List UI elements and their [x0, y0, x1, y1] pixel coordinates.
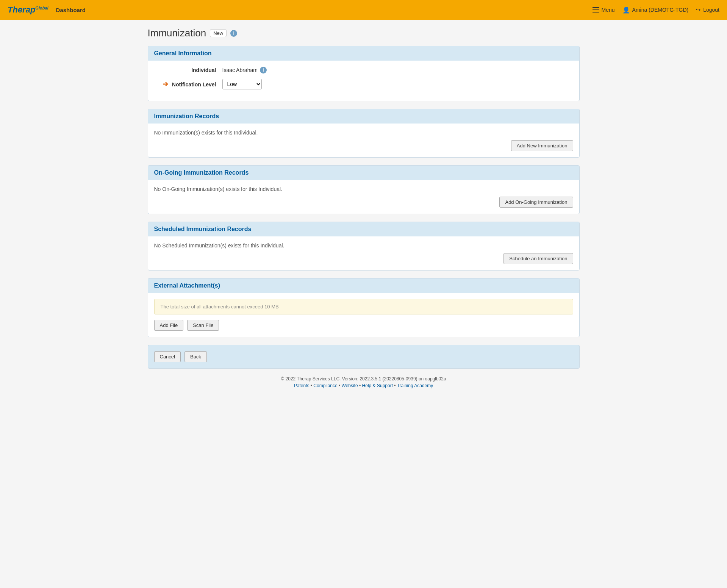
scheduled-records-body: No Scheduled Immunization(s) exists for … — [148, 236, 579, 270]
individual-value: Isaac Abraham i — [222, 67, 267, 74]
header-nav: Menu 👤 Amina (DEMOTG-TGD) ↪ Logout — [593, 6, 719, 14]
page-footer-links: Patents • Compliance • Website • Help & … — [148, 383, 580, 388]
compliance-link[interactable]: Compliance — [313, 383, 337, 388]
ongoing-records-header: On-Going Immunization Records — [148, 166, 579, 180]
immunization-records-title: Immunization Records — [154, 113, 219, 119]
general-information-title: General Information — [154, 50, 212, 56]
scheduled-records-empty: No Scheduled Immunization(s) exists for … — [154, 242, 573, 249]
dashboard-link[interactable]: Dashboard — [56, 7, 86, 13]
individual-info-icon[interactable]: i — [260, 67, 267, 74]
general-information-header: General Information — [148, 46, 579, 61]
menu-button[interactable]: Menu — [593, 7, 615, 13]
general-information-body: Individual Isaac Abraham i ➔ Notificatio… — [148, 61, 579, 101]
info-icon[interactable]: i — [230, 30, 237, 37]
page-footer: © 2022 Therap Services LLC. Version: 202… — [148, 376, 580, 388]
separator-4: • — [394, 383, 397, 388]
immunization-records-empty: No Immunization(s) exists for this Indiv… — [154, 130, 573, 136]
logout-button[interactable]: ↪ Logout — [696, 6, 719, 13]
ongoing-records-empty: No On-Going Immunization(s) exists for t… — [154, 186, 573, 192]
attachment-actions: Add File Scan File — [154, 320, 573, 331]
attachment-warning: The total size of all attachments cannot… — [154, 299, 573, 314]
external-attachments-title: External Attachment(s) — [154, 282, 220, 289]
menu-label: Menu — [602, 7, 615, 13]
immunization-records-header: Immunization Records — [148, 109, 579, 124]
add-file-button[interactable]: Add File — [154, 320, 184, 331]
notification-select-wrapper: Low Medium High — [222, 79, 262, 89]
external-attachments-card: External Attachment(s) The total size of… — [148, 278, 580, 337]
separator-3: • — [359, 383, 362, 388]
header: TherapGlobal Dashboard Menu 👤 Amina (DEM… — [0, 0, 727, 20]
patents-link[interactable]: Patents — [294, 383, 310, 388]
add-new-immunization-button[interactable]: Add New Immunization — [511, 140, 573, 151]
immunization-records-body: No Immunization(s) exists for this Indiv… — [148, 124, 579, 157]
separator-2: • — [339, 383, 342, 388]
ongoing-records-card: On-Going Immunization Records No On-Goin… — [148, 165, 580, 214]
notification-label-text: Notification Level — [172, 81, 216, 88]
user-label: Amina (DEMOTG-TGD) — [632, 7, 689, 13]
user-info[interactable]: 👤 Amina (DEMOTG-TGD) — [622, 6, 689, 14]
page-title: Immunization — [148, 27, 206, 39]
scheduled-records-card: Scheduled Immunization Records No Schedu… — [148, 222, 580, 271]
individual-row: Individual Isaac Abraham i — [154, 67, 573, 74]
immunization-records-card: Immunization Records No Immunization(s) … — [148, 109, 580, 158]
scheduled-records-header: Scheduled Immunization Records — [148, 222, 579, 236]
ongoing-records-body: No On-Going Immunization(s) exists for t… — [148, 180, 579, 214]
individual-name: Isaac Abraham — [222, 67, 258, 73]
logo-global: Global — [35, 6, 48, 10]
general-information-card: General Information Individual Isaac Abr… — [148, 46, 580, 101]
ongoing-records-title: On-Going Immunization Records — [154, 169, 249, 176]
notification-label: ➔ Notification Level — [154, 80, 222, 88]
hamburger-icon — [593, 7, 599, 13]
scheduled-records-actions: Schedule an Immunization — [154, 253, 573, 264]
user-icon: 👤 — [622, 6, 630, 14]
external-attachments-header: External Attachment(s) — [148, 278, 579, 293]
page-title-row: Immunization New i — [148, 27, 580, 39]
page-footer-copyright: © 2022 Therap Services LLC. Version: 202… — [148, 376, 580, 382]
external-attachments-body: The total size of all attachments cannot… — [148, 293, 579, 337]
attachment-warning-text: The total size of all attachments cannot… — [161, 304, 279, 310]
back-button[interactable]: Back — [184, 351, 207, 362]
notification-level-row: ➔ Notification Level Low Medium High — [154, 79, 573, 89]
training-link[interactable]: Training Academy — [397, 383, 433, 388]
arrow-icon: ➔ — [163, 80, 168, 88]
schedule-immunization-button[interactable]: Schedule an Immunization — [503, 253, 573, 264]
website-link[interactable]: Website — [342, 383, 358, 388]
logo-text: TherapGlobal — [8, 5, 48, 15]
individual-label: Individual — [154, 67, 222, 73]
scan-file-button[interactable]: Scan File — [187, 320, 219, 331]
new-badge: New — [210, 29, 227, 37]
logout-icon: ↪ — [696, 6, 701, 13]
cancel-button[interactable]: Cancel — [154, 351, 181, 362]
footer-actions: Cancel Back — [148, 345, 580, 369]
scheduled-records-title: Scheduled Immunization Records — [154, 226, 252, 232]
help-link[interactable]: Help & Support — [362, 383, 393, 388]
logout-label: Logout — [703, 7, 719, 13]
logo: TherapGlobal — [8, 5, 48, 15]
notification-level-select[interactable]: Low Medium High — [222, 79, 262, 89]
add-ongoing-immunization-button[interactable]: Add On-Going Immunization — [499, 197, 573, 208]
immunization-records-actions: Add New Immunization — [154, 140, 573, 151]
main-content: Immunization New i General Information I… — [140, 20, 587, 403]
ongoing-records-actions: Add On-Going Immunization — [154, 197, 573, 208]
